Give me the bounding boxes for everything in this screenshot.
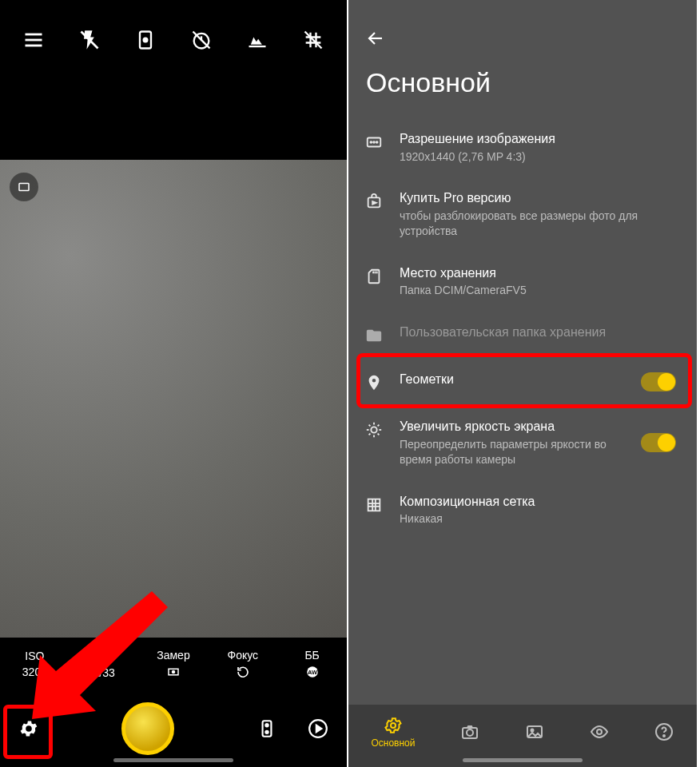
svg-marker-20 bbox=[316, 725, 322, 733]
tab-camera[interactable] bbox=[460, 722, 479, 741]
format-badge-icon[interactable] bbox=[10, 173, 38, 201]
svg-line-38 bbox=[378, 434, 380, 435]
svg-point-32 bbox=[371, 427, 376, 433]
wb-param[interactable]: ББ AW bbox=[288, 649, 336, 679]
sd-card-icon bbox=[364, 267, 384, 286]
row-title: Композиционная сетка bbox=[400, 493, 676, 511]
svg-point-25 bbox=[373, 141, 375, 143]
svg-point-5 bbox=[144, 38, 148, 42]
svg-point-13 bbox=[172, 671, 174, 674]
svg-point-46 bbox=[391, 723, 396, 728]
tab-view[interactable] bbox=[590, 722, 609, 741]
row-brightness[interactable]: Увеличить яркость экрана Переопределить … bbox=[364, 405, 681, 479]
svg-point-26 bbox=[376, 141, 378, 143]
metering-label: Замер bbox=[157, 649, 189, 662]
resolution-icon bbox=[364, 133, 384, 152]
wb-label: ББ bbox=[304, 649, 319, 662]
row-title: Место хранения bbox=[400, 264, 676, 282]
focus-param[interactable]: Фокус bbox=[219, 649, 267, 679]
row-subtitle: чтобы разблокировать все размеры фото дл… bbox=[400, 209, 676, 239]
svg-line-9 bbox=[305, 32, 322, 49]
svg-point-48 bbox=[467, 729, 473, 736]
back-button[interactable] bbox=[348, 22, 697, 58]
exposure-params: ISO 3205 1/33 Замер Фокус ББ AW bbox=[0, 638, 347, 690]
flash-off-icon[interactable] bbox=[69, 19, 110, 61]
row-subtitle: 1920x1440 (2,76 MP 4:3) bbox=[400, 149, 676, 165]
svg-line-40 bbox=[378, 425, 380, 427]
shop-icon bbox=[364, 192, 384, 211]
iso-param[interactable]: ISO 3205 bbox=[10, 650, 58, 678]
shutter-button[interactable] bbox=[121, 702, 174, 755]
svg-line-39 bbox=[369, 434, 371, 435]
status-bar bbox=[348, 0, 697, 22]
svg-point-24 bbox=[370, 141, 372, 143]
tab-main[interactable]: Основной bbox=[371, 716, 415, 749]
grid-off-icon[interactable] bbox=[292, 19, 334, 61]
grid-icon bbox=[364, 495, 384, 515]
geotag-toggle[interactable] bbox=[641, 372, 676, 391]
row-buy-pro[interactable]: Купить Pro версию чтобы разблокировать в… bbox=[364, 177, 681, 251]
row-subtitle: Папка DCIM/CameraFV5 bbox=[400, 283, 676, 298]
camera-bottom-bar bbox=[0, 690, 347, 767]
row-custom-folder: Пользовательская папка хранения bbox=[364, 311, 681, 358]
iso-value: 3205 bbox=[22, 666, 47, 678]
viewfinder[interactable] bbox=[0, 160, 347, 639]
shutter-value: 1/33 bbox=[93, 666, 115, 679]
folder-icon bbox=[364, 326, 384, 345]
svg-text:AW: AW bbox=[308, 669, 318, 676]
iso-label: ISO bbox=[25, 650, 44, 662]
row-storage[interactable]: Место хранения Папка DCIM/CameraFV5 bbox=[364, 252, 681, 311]
svg-rect-10 bbox=[19, 184, 29, 191]
svg-marker-28 bbox=[372, 201, 376, 205]
settings-icon[interactable] bbox=[14, 714, 43, 743]
shutter-param[interactable]: 1/33 bbox=[80, 649, 128, 679]
settings-list: Разрешение изображения 1920x1440 (2,76 M… bbox=[348, 117, 697, 539]
svg-point-51 bbox=[597, 729, 602, 734]
gesture-bar bbox=[113, 758, 233, 762]
svg-rect-41 bbox=[368, 499, 380, 511]
svg-point-50 bbox=[531, 729, 534, 732]
mode-icon[interactable] bbox=[253, 714, 281, 743]
row-title: Купить Pro версию bbox=[400, 189, 676, 207]
svg-line-37 bbox=[369, 425, 371, 427]
switch-camera-icon[interactable] bbox=[125, 19, 166, 61]
svg-point-17 bbox=[265, 724, 268, 726]
row-title: Увеличить яркость экрана bbox=[400, 418, 625, 435]
row-title: Геометки bbox=[400, 371, 625, 388]
row-title: Пользовательская папка хранения bbox=[400, 324, 676, 341]
row-geotag[interactable]: Геометки bbox=[364, 358, 681, 405]
tab-help[interactable] bbox=[654, 722, 674, 741]
location-icon bbox=[364, 373, 384, 392]
timer-off-icon[interactable] bbox=[181, 19, 222, 61]
settings-screen: Основной Разрешение изображения 1920x144… bbox=[348, 0, 697, 767]
row-subtitle: Переопределить параметры яркости во врем… bbox=[400, 437, 625, 467]
gallery-icon[interactable] bbox=[304, 714, 332, 743]
histogram-icon[interactable] bbox=[237, 19, 278, 61]
tab-label: Основной bbox=[371, 737, 415, 749]
svg-point-18 bbox=[265, 731, 268, 733]
brightness-toggle[interactable] bbox=[641, 433, 676, 452]
row-subtitle: Никакая bbox=[400, 511, 676, 527]
svg-point-53 bbox=[663, 735, 665, 737]
camera-top-toolbar bbox=[0, 0, 347, 80]
camera-screen: ISO 3205 1/33 Замер Фокус ББ AW bbox=[0, 0, 348, 767]
focus-label: Фокус bbox=[228, 649, 259, 662]
row-resolution[interactable]: Разрешение изображения 1920x1440 (2,76 M… bbox=[364, 117, 681, 177]
gesture-bar bbox=[463, 758, 583, 762]
row-grid[interactable]: Композиционная сетка Никакая bbox=[364, 480, 681, 539]
settings-title: Основной bbox=[348, 58, 697, 117]
row-title: Разрешение изображения bbox=[400, 130, 676, 148]
tab-image[interactable] bbox=[525, 722, 544, 741]
brightness-icon bbox=[364, 420, 384, 439]
menu-icon[interactable] bbox=[13, 19, 54, 61]
metering-param[interactable]: Замер bbox=[149, 649, 197, 679]
